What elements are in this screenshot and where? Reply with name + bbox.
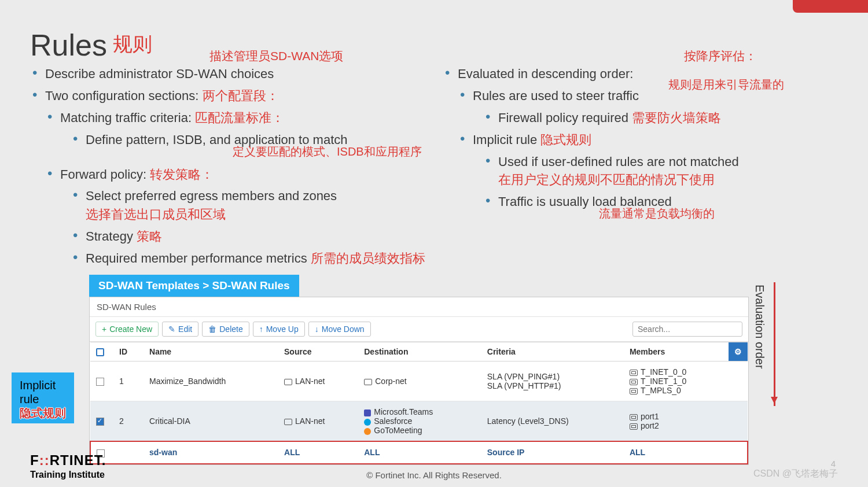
trash-icon: 🗑	[208, 324, 216, 334]
col-criteria[interactable]: Criteria	[481, 342, 624, 361]
panel-title: SD-WAN Rules	[90, 297, 748, 316]
watermark: CSDN @飞塔老梅子	[753, 468, 838, 480]
bullet-forward: Forward policy: 转发策略：	[45, 165, 425, 184]
arrow-up-icon: ↑	[259, 324, 263, 334]
bullet-steer: Rules are used to steer traffic	[458, 87, 838, 105]
col-name[interactable]: Name	[144, 342, 278, 361]
bullet-evaluated: Evaluated in descending order: 规则是用来引导流量…	[443, 65, 838, 83]
right-column: 按降序评估： Evaluated in descending order: 规则…	[443, 65, 838, 271]
create-new-button[interactable]: +Create New	[95, 322, 159, 337]
bullet-define: Define pattern, ISDB, and application to…	[71, 131, 425, 149]
plus-icon: +	[102, 324, 106, 334]
move-up-button[interactable]: ↑Move Up	[253, 322, 305, 337]
address-icon	[284, 379, 292, 385]
fortinet-logo: F::RTINET.	[30, 452, 106, 468]
gotomeeting-icon	[364, 428, 371, 435]
col-source[interactable]: Source	[278, 342, 358, 361]
copyright: © Fortinet Inc. All Rights Reserved.	[366, 470, 502, 480]
interface-icon	[630, 370, 638, 376]
col-destination[interactable]: Destination	[358, 342, 481, 361]
title-cn: 规则	[113, 33, 152, 55]
search-input[interactable]	[632, 322, 742, 337]
delete-button[interactable]: 🗑Delete	[202, 322, 249, 337]
row-checkbox[interactable]	[96, 418, 104, 426]
anno-define: 定义要匹配的模式、ISDB和应用程序	[233, 143, 422, 160]
table-row[interactable]: 1 Maximize_Bandwidth LAN-net Corp-net SL…	[90, 361, 748, 401]
page-number: 4	[831, 459, 836, 468]
anno-describe: 描述管理员SD-WAN选项	[209, 47, 343, 65]
col-members[interactable]: Members	[624, 342, 729, 361]
move-down-button[interactable]: ↓Move Down	[308, 322, 371, 337]
address-icon	[364, 379, 372, 385]
slide-content: Rules 规则 描述管理员SD-WAN选项 Describe administ…	[0, 0, 868, 465]
footer: F::RTINET. Training Institute © Fortinet…	[0, 452, 868, 480]
address-icon	[284, 419, 292, 425]
bullet-usedif: Used if user-defined rules are not match…	[483, 153, 838, 190]
interface-icon	[630, 379, 638, 385]
bullet-strategy: Strategy 策略	[71, 227, 425, 246]
interface-icon	[630, 423, 638, 430]
rules-table: ID Name Source Destination Criteria Memb…	[90, 342, 748, 464]
sdwan-rules-panel: SD-WAN Rules +Create New ✎Edit 🗑Delete ↑…	[89, 297, 749, 465]
implicit-rule-callout: Implicit rule 隐式规则	[12, 372, 74, 423]
interface-icon	[630, 414, 638, 420]
salesforce-icon	[364, 419, 371, 426]
title-en: Rules	[30, 28, 107, 62]
arrow-down-icon: ↓	[315, 324, 319, 334]
anno-evaluated: 按降序评估：	[684, 47, 757, 65]
bullet-two-sections: Two configuration sections: 两个配置段：	[30, 87, 425, 105]
bullet-firewall: Firewall policy required 需要防火墙策略	[483, 109, 838, 127]
bullet-describe: Describe administrator SD-WAN choices	[30, 65, 425, 83]
select-all-checkbox[interactable]	[96, 348, 104, 356]
gear-icon[interactable]: ⚙	[734, 347, 742, 356]
bullet-implicit: Implicit rule 隐式规则	[458, 131, 838, 149]
toolbar: +Create New ✎Edit 🗑Delete ↑Move Up ↓Move…	[90, 316, 748, 342]
evaluation-order-label: Evaluation order	[753, 285, 766, 369]
training-institute: Training Institute	[30, 470, 106, 480]
bullet-loadbal: Traffic is usually load balanced 流量通常是负载…	[483, 193, 838, 211]
bullet-select: Select preferred egress members and zone…	[71, 187, 425, 224]
interface-icon	[630, 388, 638, 394]
evaluation-order-arrow	[774, 282, 775, 406]
bullet-metrics: Required member performance metrics 所需的成…	[71, 249, 425, 268]
anno-loadbal: 流量通常是负载均衡的	[599, 205, 715, 222]
edit-icon: ✎	[168, 324, 175, 334]
slide-accent-corner	[793, 0, 868, 13]
col-id[interactable]: ID	[113, 342, 144, 361]
left-column: 描述管理员SD-WAN选项 Describe administrator SD-…	[30, 65, 425, 271]
table-row[interactable]: 2 Critical-DIA LAN-net Microsoft.Teams S…	[90, 401, 748, 442]
breadcrumb: SD-WAN Templates > SD-WAN Rules	[89, 275, 299, 297]
bullet-matching: Matching traffic criteria: 匹配流量标准：	[45, 109, 425, 127]
teams-icon	[364, 409, 371, 416]
edit-button[interactable]: ✎Edit	[162, 322, 198, 337]
row-checkbox[interactable]	[96, 378, 104, 386]
